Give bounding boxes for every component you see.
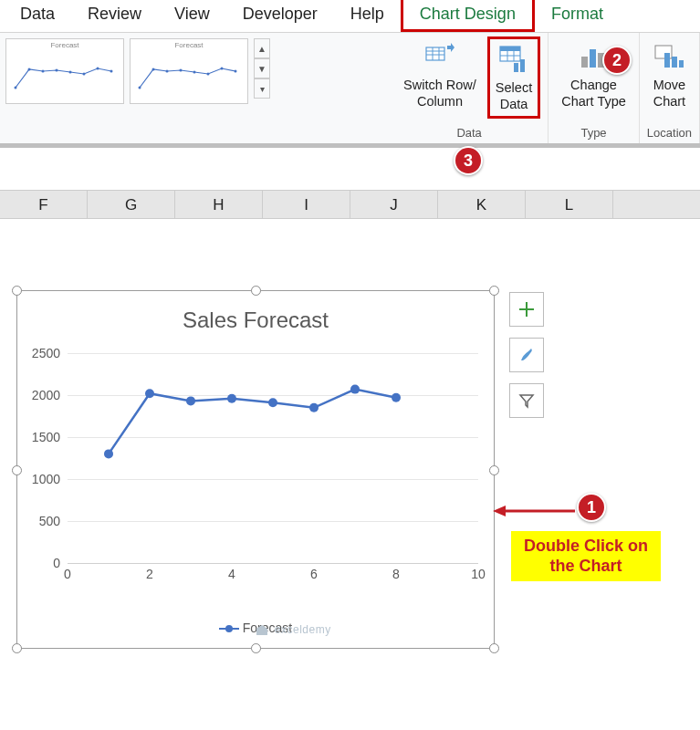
select-data-button[interactable]: Select Data bbox=[487, 36, 540, 119]
y-tick: 2500 bbox=[24, 346, 60, 360]
ribbon-tabs: Data Review View Developer Help Chart De… bbox=[0, 0, 700, 33]
svg-marker-44 bbox=[493, 506, 506, 516]
svg-point-5 bbox=[83, 73, 86, 76]
x-tick: 6 bbox=[310, 567, 318, 581]
resize-handle[interactable] bbox=[12, 286, 22, 296]
x-tick: 0 bbox=[64, 567, 71, 581]
svg-rect-28 bbox=[581, 57, 588, 68]
legend-marker-icon bbox=[219, 628, 239, 630]
svg-rect-33 bbox=[672, 57, 677, 68]
svg-point-10 bbox=[166, 70, 169, 73]
button-label: Change bbox=[570, 77, 617, 93]
data-series-line[interactable] bbox=[68, 353, 478, 563]
col-header-g[interactable]: G bbox=[88, 191, 175, 218]
svg-point-40 bbox=[309, 403, 319, 412]
col-header-f[interactable]: F bbox=[0, 191, 88, 218]
resize-handle[interactable] bbox=[251, 286, 261, 296]
watermark-text: exceldemy bbox=[275, 623, 331, 636]
y-tick: 2000 bbox=[24, 388, 60, 402]
group-label-type: Type bbox=[580, 126, 606, 141]
y-tick: 1500 bbox=[24, 430, 60, 444]
ribbon-group-location: Move Chart Location bbox=[640, 33, 700, 143]
x-tick: 10 bbox=[471, 567, 486, 581]
chart-elements-button[interactable] bbox=[509, 292, 544, 327]
chart-side-buttons bbox=[509, 292, 544, 429]
button-label: Column bbox=[417, 93, 463, 110]
svg-point-1 bbox=[28, 68, 31, 71]
resize-handle[interactable] bbox=[12, 465, 22, 475]
svg-point-12 bbox=[193, 71, 196, 74]
resize-handle[interactable] bbox=[489, 286, 499, 296]
svg-point-37 bbox=[186, 396, 195, 405]
chart-styles-button[interactable] bbox=[509, 338, 544, 372]
svg-point-35 bbox=[104, 449, 113, 458]
svg-rect-26 bbox=[514, 63, 518, 72]
svg-rect-22 bbox=[500, 47, 520, 51]
resize-handle[interactable] bbox=[489, 465, 499, 475]
x-tick: 4 bbox=[228, 567, 235, 581]
svg-point-41 bbox=[350, 385, 360, 394]
button-label: Select bbox=[496, 79, 532, 96]
switch-row-column-button[interactable]: Switch Row/ Column bbox=[398, 36, 482, 113]
watermark: exceldemy bbox=[256, 623, 331, 637]
svg-point-3 bbox=[56, 69, 58, 72]
chart-style-thumb-1[interactable]: Forecast bbox=[5, 38, 124, 104]
style-thumb-title: Forecast bbox=[131, 39, 247, 51]
tab-developer[interactable]: Developer bbox=[226, 0, 334, 32]
col-header-i[interactable]: I bbox=[263, 191, 350, 218]
callout-badge-2: 2 bbox=[602, 46, 632, 75]
x-tick: 2 bbox=[146, 567, 153, 581]
gallery-scroll-down[interactable]: ▼ bbox=[254, 58, 270, 78]
callout-text: the Chart bbox=[550, 557, 622, 575]
watermark-icon bbox=[256, 624, 268, 637]
col-header-h[interactable]: H bbox=[175, 191, 263, 218]
y-tick: 500 bbox=[24, 514, 60, 528]
embedded-chart[interactable]: Sales Forecast 2500 2000 1500 1000 500 0… bbox=[16, 290, 495, 649]
tab-view[interactable]: View bbox=[158, 0, 226, 32]
gallery-scroll-more[interactable]: ▾ bbox=[254, 78, 270, 99]
y-tick: 1000 bbox=[24, 472, 60, 486]
chart-plot-area[interactable]: 2500 2000 1500 1000 500 0 0 2 4 6 8 10 bbox=[68, 353, 478, 563]
sparkline-icon bbox=[131, 51, 249, 101]
move-chart-icon bbox=[653, 40, 685, 73]
x-tick: 8 bbox=[392, 567, 400, 581]
svg-point-0 bbox=[15, 87, 17, 89]
svg-point-6 bbox=[97, 68, 99, 70]
button-label: Data bbox=[500, 96, 528, 112]
group-label-location: Location bbox=[647, 126, 692, 141]
svg-point-4 bbox=[69, 71, 72, 74]
svg-point-9 bbox=[152, 68, 155, 71]
y-tick: 0 bbox=[24, 556, 60, 570]
move-chart-button[interactable]: Move Chart bbox=[647, 36, 691, 113]
col-header-k[interactable]: K bbox=[438, 191, 526, 218]
resize-handle[interactable] bbox=[489, 643, 499, 653]
svg-marker-45 bbox=[256, 625, 267, 635]
tab-help[interactable]: Help bbox=[334, 0, 401, 32]
gallery-scroll-up[interactable]: ▲ bbox=[254, 38, 270, 58]
tab-chart-design[interactable]: Chart Design bbox=[401, 0, 535, 32]
select-data-icon bbox=[497, 43, 530, 76]
style-thumb-title: Forecast bbox=[6, 39, 123, 51]
svg-point-7 bbox=[110, 70, 113, 73]
col-header-j[interactable]: J bbox=[350, 191, 438, 218]
switch-row-column-icon bbox=[423, 40, 456, 73]
svg-rect-32 bbox=[664, 53, 670, 68]
ribbon-group-data: Switch Row/ Column Select Data Data bbox=[391, 33, 549, 143]
svg-point-42 bbox=[392, 393, 401, 402]
callout-label: Double Click on the Chart bbox=[511, 531, 661, 581]
tab-review[interactable]: Review bbox=[71, 0, 158, 32]
resize-handle[interactable] bbox=[12, 643, 22, 653]
col-header-l[interactable]: L bbox=[526, 191, 613, 218]
button-label: Chart Type bbox=[561, 93, 626, 110]
tab-data[interactable]: Data bbox=[4, 0, 71, 32]
svg-point-11 bbox=[180, 69, 183, 72]
chart-style-thumb-2[interactable]: Forecast bbox=[130, 38, 248, 104]
brush-icon bbox=[517, 346, 536, 364]
chart-title[interactable]: Sales Forecast bbox=[17, 291, 494, 340]
button-label: Chart bbox=[653, 93, 685, 110]
svg-point-39 bbox=[268, 398, 277, 407]
chart-filters-button[interactable] bbox=[509, 383, 544, 418]
tab-format[interactable]: Format bbox=[535, 0, 620, 32]
gallery-scroll: ▲ ▼ ▾ bbox=[254, 38, 270, 99]
resize-handle[interactable] bbox=[251, 643, 261, 653]
